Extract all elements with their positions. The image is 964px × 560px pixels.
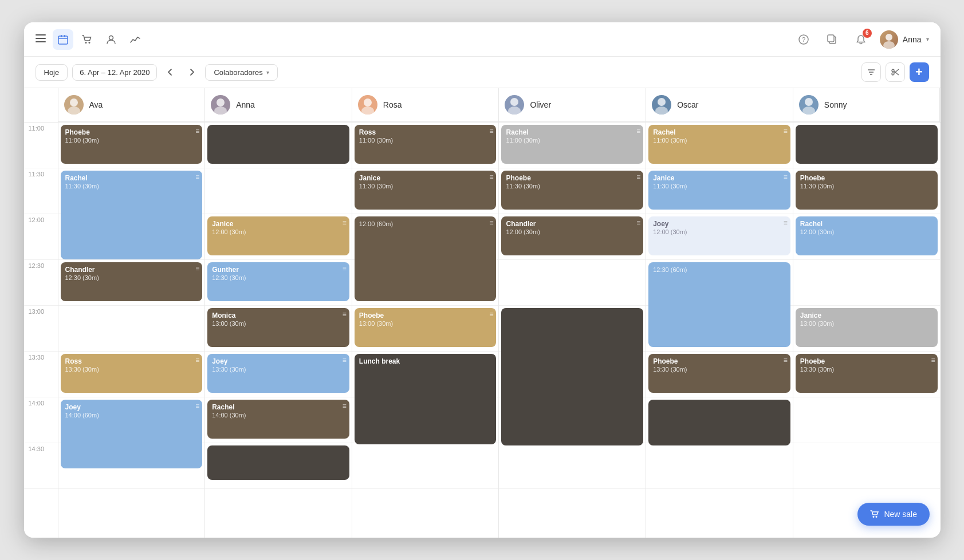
event-menu-icon[interactable]: ≡ [343,219,347,226]
event-oliver-phoebe-1130[interactable]: ≡ Phoebe 11:30 (30m) [501,171,643,210]
scissors-tool[interactable] [886,62,905,82]
event-sonny-dark-1100[interactable] [796,125,938,164]
event-sonny-phoebe-1130[interactable]: Phoebe 11:30 (30m) [796,171,938,210]
event-anna-janice-1200[interactable]: ≡ Janice 12:00 (30m) [207,216,349,255]
svg-point-35 [873,516,875,518]
event-ava-ross-1330[interactable]: ≡ Ross 13:30 (30m) [61,354,203,393]
event-time: 12:00 (30m) [212,228,345,235]
svg-point-25 [217,98,225,107]
user-area[interactable]: Anna ▾ [880,30,929,49]
svg-text:?: ? [802,36,805,43]
copy-icon[interactable] [823,30,842,49]
top-bar: ? 6 [24,22,941,57]
event-time: 13:30 (30m) [212,366,345,373]
col-name-ava: Ava [89,100,103,109]
col-ava: ≡ Phoebe 11:00 (30m) ≡ Rachel 11:30 (30m… [58,123,206,538]
nav-chart[interactable] [125,29,145,50]
col-name-anna: Anna [236,100,255,109]
time-1400: 14:00 [24,397,58,443]
event-oliver-dark-1300[interactable] [501,308,643,445]
time-column: 11:00 11:30 12:00 12:30 13:00 13:30 14:0… [24,123,58,538]
event-time: 14:00 (60m) [65,412,198,419]
event-oliver-rachel-1100[interactable]: ≡ Rachel 11:00 (30m) [501,125,643,164]
event-oscar-janice-1130[interactable]: ≡ Janice 11:30 (30m) [648,171,790,210]
event-menu-icon[interactable]: ≡ [489,219,493,226]
event-menu-icon[interactable]: ≡ [489,173,493,180]
event-anna-dark-1100[interactable] [207,125,349,164]
new-sale-button[interactable]: New sale [857,503,930,526]
event-menu-icon[interactable]: ≡ [784,128,788,135]
add-button[interactable]: + [910,62,929,82]
next-arrow[interactable] [183,64,200,81]
event-menu-icon[interactable]: ≡ [343,311,347,318]
event-anna-joey-1330[interactable]: ≡ Joey 13:30 (30m) [207,354,349,393]
event-anna-monica-1300[interactable]: ≡ Monica 13:00 (30m) [207,308,349,347]
event-oscar-1230[interactable]: 12:30 (60m) [648,262,790,347]
event-sonny-janice-1300[interactable]: Janice 13:00 (30m) [796,308,938,347]
event-ava-phoebe-1100[interactable]: ≡ Phoebe 11:00 (30m) [61,125,203,164]
event-menu-icon[interactable]: ≡ [784,357,788,364]
col-anna: ≡ Janice 12:00 (30m) ≡ Gunther 12:30 (30… [205,123,352,538]
event-oliver-chandler-1200[interactable]: ≡ Chandler 12:00 (30m) [501,216,643,255]
event-time: 12:30 (30m) [65,274,198,281]
svg-point-27 [364,98,372,107]
event-rosa-janice-1130[interactable]: ≡ Janice 11:30 (30m) [355,171,497,210]
event-menu-icon[interactable]: ≡ [195,265,199,272]
svg-point-24 [68,107,80,115]
event-anna-dark-1430[interactable] [207,445,349,480]
calendar-body[interactable]: 11:00 11:30 12:00 12:30 13:00 13:30 14:0… [24,123,941,538]
event-oscar-joey-1200[interactable]: ≡ Joey 12:00 (30m) [648,216,790,255]
event-anna-rachel-1400[interactable]: ≡ Rachel 14:00 (30m) [207,400,349,439]
top-bar-right: ? 6 [794,30,929,49]
event-menu-icon[interactable]: ≡ [931,357,935,364]
event-oscar-phoebe-1330[interactable]: ≡ Phoebe 13:30 (30m) [648,354,790,393]
event-title: Rachel [65,174,198,182]
event-menu-icon[interactable]: ≡ [343,357,347,364]
event-rosa-phoebe-1300[interactable]: ≡ Phoebe 13:00 (30m) [355,308,497,347]
col-header-ava: Ava [58,88,206,122]
hamburger-icon[interactable] [36,33,46,45]
nav-users[interactable] [101,29,121,50]
hoje-button[interactable]: Hoje [36,64,68,81]
event-menu-icon[interactable]: ≡ [489,311,493,318]
prev-arrow[interactable] [162,64,179,81]
event-rosa-ross-1100[interactable]: ≡ Ross 11:00 (30m) [355,125,497,164]
help-icon[interactable]: ? [794,30,813,49]
event-menu-icon[interactable]: ≡ [195,128,199,135]
event-rosa-1200[interactable]: ≡ 12:00 (60m) [355,216,497,301]
nav-cart[interactable] [77,29,97,50]
calendar-header: Ava Anna R [24,88,941,123]
event-menu-icon[interactable]: ≡ [784,173,788,180]
event-menu-icon[interactable]: ≡ [784,219,788,226]
event-title: Chandler [506,220,639,228]
event-title: Ross [359,128,492,136]
event-oscar-dark-1400[interactable] [648,400,790,445]
event-ava-chandler-1230[interactable]: ≡ Chandler 12:30 (30m) [61,262,203,301]
event-menu-icon[interactable]: ≡ [636,173,640,180]
event-menu-icon[interactable]: ≡ [636,219,640,226]
event-sonny-rachel-1200[interactable]: Rachel 12:00 (30m) [796,216,938,255]
event-menu-icon[interactable]: ≡ [343,403,347,409]
event-time: 13:00 (30m) [359,320,492,327]
filter-tool[interactable] [861,62,881,82]
event-rosa-lunch[interactable]: Lunch break [355,354,497,444]
event-menu-icon[interactable]: ≡ [195,403,199,409]
event-menu-icon[interactable]: ≡ [636,128,640,135]
event-menu-icon[interactable]: ≡ [489,128,493,135]
nav-calendar[interactable] [53,29,73,50]
event-anna-gunther-1230[interactable]: ≡ Gunther 12:30 (30m) [207,262,349,301]
event-sonny-phoebe-1330[interactable]: ≡ Phoebe 13:30 (30m) [796,354,938,393]
event-menu-icon[interactable]: ≡ [195,357,199,364]
event-time: 12:30 (60m) [653,266,786,273]
event-menu-icon[interactable]: ≡ [343,265,347,272]
event-title: Phoebe [800,357,934,365]
bell-icon[interactable]: 6 [851,30,871,49]
event-oscar-rachel-1100[interactable]: ≡ Rachel 11:00 (30m) [648,125,790,164]
date-range-display: 6. Apr – 12. Apr 2020 [72,64,157,81]
event-ava-joey-1400[interactable]: ≡ Joey 14:00 (60m) [61,400,203,468]
app-window: ? 6 [24,22,941,538]
event-ava-rachel-1130[interactable]: ≡ Rachel 11:30 (30m) [61,171,203,259]
event-menu-icon[interactable]: ≡ [195,173,199,180]
event-title: Rachel [653,128,786,136]
colaboradores-dropdown[interactable]: Colaboradores ▾ [205,64,277,81]
